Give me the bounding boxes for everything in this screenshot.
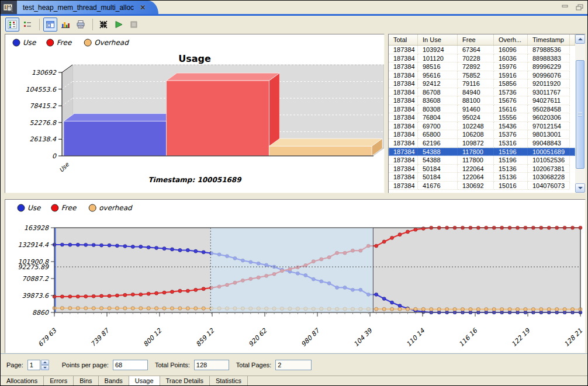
- details-pane-icon[interactable]: [43, 18, 57, 32]
- table-row[interactable]: 187384101120702281603688988383: [389, 54, 575, 63]
- table-cell: 187384: [389, 148, 418, 157]
- table-cell: 15376: [494, 130, 528, 139]
- selection-region[interactable]: [210, 228, 373, 312]
- x-tick-label: 128 21: [563, 327, 584, 348]
- table-cell: 54388: [418, 156, 458, 165]
- scroll-down-icon[interactable]: [575, 183, 585, 193]
- table-row[interactable]: 1873844167613069215016104076073: [389, 182, 575, 190]
- data-point: [147, 307, 150, 310]
- fit-to-window-icon[interactable]: [96, 18, 110, 32]
- column-header-filler: [570, 34, 575, 45]
- table-row[interactable]: 18738495616758521591690996076: [389, 71, 575, 80]
- data-point: [382, 240, 386, 244]
- table-row[interactable]: 187384658001062081537698013001: [389, 130, 575, 139]
- bar-chart-icon[interactable]: [58, 18, 72, 32]
- scrollbar-thumb[interactable]: [576, 60, 584, 169]
- table-row[interactable]: 1873845018412206415136103068228: [389, 173, 575, 182]
- table-cell: 15556: [494, 113, 528, 122]
- data-point: [516, 308, 519, 311]
- spinner-down-icon[interactable]: [41, 365, 49, 370]
- tab-allocations[interactable]: Allocations: [1, 376, 44, 385]
- table-row[interactable]: 187384103924673641609687988536: [389, 46, 575, 54]
- page-input[interactable]: [27, 360, 40, 370]
- table-cell: 187384: [389, 62, 418, 71]
- app-window: test_heap_mem_thread_multi_alloc ✕: [0, 0, 588, 386]
- table-cell: 106208: [458, 130, 494, 139]
- table-cell: 15136: [494, 173, 528, 182]
- tab-usage[interactable]: Usage: [129, 376, 160, 385]
- data-point: [382, 307, 386, 311]
- data-point: [170, 290, 174, 294]
- data-point: [162, 291, 166, 294]
- table-cell: 98516: [418, 62, 458, 71]
- data-point: [84, 243, 88, 246]
- editor-tab[interactable]: test_heap_mem_thread_multi_alloc ✕: [17, 1, 158, 14]
- data-point: [178, 307, 182, 310]
- tab-bands[interactable]: Bands: [99, 376, 129, 385]
- bar-top: [167, 73, 280, 81]
- close-icon[interactable]: ✕: [140, 4, 146, 12]
- spinner-up-icon[interactable]: [41, 360, 49, 365]
- table-row[interactable]: 18738486708849401573693011767: [389, 88, 575, 97]
- x-tick-label: 859 12: [195, 326, 216, 348]
- scroll-up-icon[interactable]: [575, 34, 585, 44]
- table-cell: 104076073: [528, 182, 570, 190]
- column-header[interactable]: In Use: [418, 34, 458, 45]
- table-cell: 187384: [389, 96, 418, 105]
- data-point: [162, 247, 166, 251]
- table-row[interactable]: 1873845438811780015196101052536: [389, 156, 575, 165]
- table-row[interactable]: 187384697001022481543697012154: [389, 122, 575, 131]
- table-cell: 187384: [389, 122, 418, 131]
- list-view-icon[interactable]: [20, 18, 34, 32]
- x-tick-label: 980 87: [300, 326, 322, 349]
- usage-line-chart[interactable]: UseFreeoverhead886039873.670887.2101900.…: [5, 200, 585, 353]
- table-row[interactable]: 1873845438811780015196100051689: [389, 148, 575, 157]
- table-row[interactable]: 1873845018412206415136102067381: [389, 165, 575, 173]
- data-point: [115, 244, 119, 248]
- data-point: [445, 308, 449, 311]
- legend-label: Use: [23, 39, 37, 47]
- table-row[interactable]: 18738480308914601561695028458: [389, 105, 575, 114]
- tab-bins[interactable]: Bins: [74, 376, 98, 385]
- table-cell: 187384: [389, 54, 418, 63]
- data-point: [68, 295, 72, 298]
- bar-use: [64, 121, 167, 156]
- maximize-icon[interactable]: [575, 3, 584, 11]
- column-header[interactable]: Overh...: [494, 34, 528, 45]
- grid-view-icon[interactable]: [5, 18, 19, 32]
- table-row[interactable]: 18738483608881001567694027611: [389, 96, 575, 105]
- table-row[interactable]: 18738492412791161585692011920: [389, 79, 575, 88]
- data-point: [99, 294, 103, 298]
- table-cell: 103068228: [528, 173, 570, 182]
- column-header[interactable]: Timestamp: [528, 34, 570, 45]
- data-point: [437, 308, 441, 311]
- table-cell: 54388: [418, 148, 458, 157]
- minimize-icon[interactable]: [561, 3, 570, 11]
- points-per-page-input[interactable]: [113, 360, 148, 370]
- data-point: [398, 307, 402, 311]
- tab-trace-details[interactable]: Trace Details: [160, 376, 210, 385]
- print-icon[interactable]: [74, 18, 88, 32]
- table-row[interactable]: 18738498516728921597689996229: [389, 62, 575, 71]
- y-tick-label: 52276.8: [30, 119, 57, 127]
- table-row[interactable]: 18738476804950241555696020306: [389, 113, 575, 122]
- data-point: [131, 307, 134, 310]
- table-scrollbar[interactable]: [575, 34, 585, 193]
- tab-errors[interactable]: Errors: [44, 376, 74, 385]
- total-points-field: [194, 360, 229, 370]
- data-point: [390, 236, 394, 239]
- column-header[interactable]: Free: [458, 34, 494, 45]
- data-point: [186, 289, 189, 293]
- data-point: [186, 307, 189, 310]
- table-cell: 92011920: [528, 79, 570, 88]
- table-cell: 99048843: [528, 139, 570, 148]
- tab-statistics[interactable]: Statistics: [210, 376, 248, 385]
- data-point: [202, 287, 205, 291]
- column-header[interactable]: Total: [389, 34, 418, 45]
- run-icon[interactable]: [112, 18, 126, 32]
- table-cell: 100051689: [528, 148, 570, 157]
- data-point: [84, 294, 88, 298]
- table-row[interactable]: 187384621961098721531699048843: [389, 139, 575, 148]
- data-point: [84, 307, 88, 310]
- bottom-tab-bar: AllocationsErrorsBinsBandsUsageTrace Det…: [1, 375, 587, 385]
